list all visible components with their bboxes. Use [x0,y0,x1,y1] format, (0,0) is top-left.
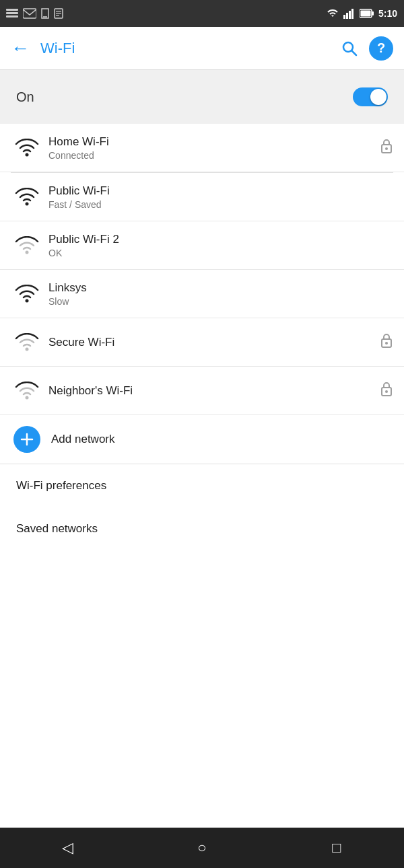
network-item-public-wifi-2[interactable]: Public Wi-Fi 2 OK [0,221,404,270]
svg-rect-9 [343,15,345,19]
bottom-nav: ◁ ○ □ [0,828,404,868]
toggle-label: On [16,89,34,105]
network-status: Fast / Saved [48,199,393,210]
network-name: Home Wi-Fi [48,135,380,149]
add-network-label: Add network [40,433,115,446]
network-item-linksys[interactable]: Linksys Slow [0,270,404,318]
network-info-public2: Public Wi-Fi 2 OK [43,233,393,258]
svg-rect-11 [349,11,351,19]
back-nav-button[interactable]: ◁ [47,834,88,861]
wifi-toggle-switch[interactable] [353,87,388,106]
battery-icon [360,9,374,18]
svg-rect-1 [6,12,18,14]
status-wifi-icon [326,8,339,19]
network-info-public: Public Wi-Fi Fast / Saved [43,184,393,210]
page-title: Wi-Fi [40,40,341,57]
phone-icon [40,8,50,19]
overflow-icon [5,8,19,19]
wifi-preferences-item[interactable]: Wi-Fi preferences [0,464,404,507]
wifi-signal-icon-neighbors [11,382,43,400]
svg-point-24 [26,347,29,351]
lock-icon-neighbors [380,381,393,400]
svg-rect-2 [6,15,18,17]
network-name: Public Wi-Fi 2 [48,233,393,246]
svg-point-20 [385,147,388,150]
network-status: Connected [48,150,380,161]
svg-rect-3 [23,9,36,18]
network-item-secure-wifi[interactable]: Secure Wi-Fi [0,318,404,367]
svg-line-17 [352,50,357,55]
gmail-icon [23,8,36,19]
search-button[interactable] [341,40,358,57]
add-network-item[interactable]: Add network [0,415,404,464]
notes-icon [54,8,63,19]
wifi-signal-icon-public2 [11,236,43,255]
network-name: Secure Wi-Fi [48,336,380,349]
status-icons-right: 5:10 [326,8,397,19]
svg-rect-12 [351,9,354,19]
network-info-secure: Secure Wi-Fi [43,336,380,349]
lock-icon-home [380,138,393,157]
network-name: Public Wi-Fi [48,184,393,198]
network-name: Neighbor's Wi-Fi [48,384,380,398]
network-list: Home Wi-Fi Connected Public Wi-Fi Fast /… [0,124,404,550]
status-time: 5:10 [378,8,397,19]
svg-point-29 [385,390,388,393]
svg-point-22 [26,250,29,254]
svg-point-26 [385,342,388,345]
network-info-linksys: Linksys Slow [43,281,393,307]
network-info-neighbors: Neighbor's Wi-Fi [43,384,380,398]
network-status: OK [48,248,393,258]
lock-icon-secure [380,332,393,352]
home-nav-button[interactable]: ○ [182,834,222,861]
network-info-home: Home Wi-Fi Connected [43,135,380,161]
svg-point-23 [26,299,29,302]
svg-rect-15 [372,11,374,15]
add-network-icon [13,426,40,453]
svg-point-27 [26,396,29,399]
svg-point-21 [26,202,29,205]
status-bar: 5:10 [0,0,404,27]
network-status: Slow [48,296,393,307]
saved-networks-item[interactable]: Saved networks [0,507,404,550]
help-button[interactable]: ? [369,36,393,61]
status-icons-left [5,8,63,19]
wifi-signal-icon-public [11,188,43,207]
app-bar-actions: ? [341,36,393,61]
svg-point-18 [26,153,29,156]
network-name: Linksys [48,281,393,295]
network-item-neighbors-wifi[interactable]: Neighbor's Wi-Fi [0,367,404,415]
signal-icon [343,8,356,19]
svg-rect-0 [6,9,18,11]
wifi-signal-icon-secure [11,333,43,352]
wifi-signal-icon-home [11,139,43,157]
back-button[interactable]: ← [11,38,30,59]
toggle-knob [370,89,386,105]
svg-rect-10 [346,13,348,19]
wifi-signal-icon-linksys [11,285,43,303]
recent-nav-button[interactable]: □ [316,834,357,861]
wifi-toggle-row[interactable]: On [0,70,404,124]
app-bar: ← Wi-Fi ? [0,27,404,70]
svg-rect-14 [360,11,370,17]
network-item-home-wifi[interactable]: Home Wi-Fi Connected [0,124,404,172]
network-item-public-wifi[interactable]: Public Wi-Fi Fast / Saved [0,173,404,221]
